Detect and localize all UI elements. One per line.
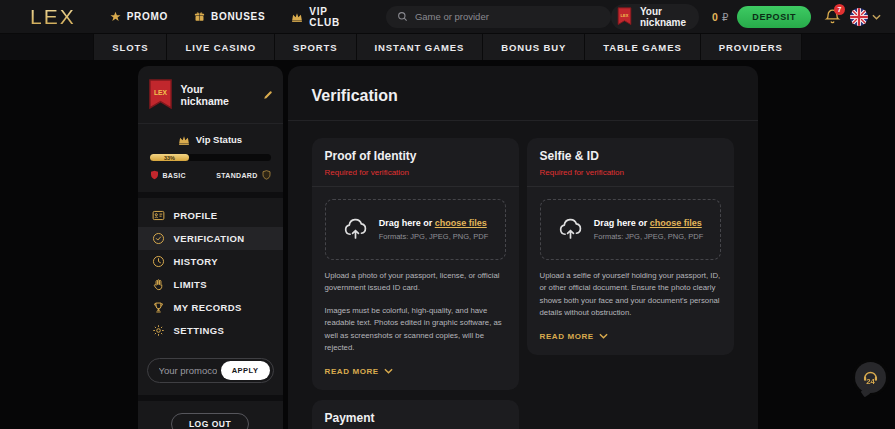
card-title: Proof of Identity — [325, 149, 506, 163]
vip-progress-fill: 33% — [150, 154, 190, 161]
sidebar-item-label: VERIFICATION — [174, 233, 245, 244]
brand-logo[interactable]: LEX — [30, 5, 76, 29]
top-menu-vip-club[interactable]: VIP CLUB — [291, 6, 340, 28]
headset-24-icon: 24 — [858, 365, 883, 390]
sidebar-item-label: HISTORY — [174, 256, 219, 267]
support-chat-button[interactable]: 24 — [855, 362, 886, 393]
vip-progress-label: 33% — [164, 155, 175, 161]
balance: 0 ₽ — [712, 11, 728, 23]
edit-pencil-icon[interactable] — [263, 90, 273, 100]
search-input[interactable] — [415, 11, 600, 22]
trophy-icon — [152, 301, 165, 314]
tab-table-games[interactable]: TABLE GAMES — [585, 34, 700, 60]
top-menu-bonuses[interactable]: BONUSES — [194, 11, 265, 22]
hand-icon — [152, 278, 165, 291]
avatar-pennant-icon: LEX — [617, 7, 632, 26]
tab-slots[interactable]: SLOTS — [93, 34, 167, 60]
svg-text:24: 24 — [866, 377, 875, 386]
card-selfie-id: Selfie & ID Required for verification Dr… — [527, 138, 734, 355]
cloud-upload-icon — [342, 216, 369, 243]
card-title: Payment — [325, 411, 506, 425]
required-label: Required for verification — [540, 168, 721, 177]
balance-currency: ₽ — [722, 12, 728, 23]
badge-check-icon — [152, 232, 165, 245]
category-bar: SLOTS LIVE CASINO SPORTS INSTANT GAMES B… — [0, 34, 895, 60]
tab-bonus-buy[interactable]: BONUS BUY — [483, 34, 585, 60]
sidebar-item-profile[interactable]: PROFILE — [138, 204, 283, 227]
star-icon — [110, 11, 121, 22]
promocode-input[interactable] — [159, 365, 217, 376]
logout-block: LOG OUT — [138, 401, 283, 429]
read-more-label: READ MORE — [325, 367, 379, 376]
formats-label: Formats: JPG, JPEG, PNG, PDF — [379, 232, 489, 241]
gear-icon — [152, 324, 165, 337]
content-area: LEX Your nickname Vip Status 33% — [0, 66, 895, 429]
sidebar-item-verification[interactable]: VERIFICATION — [138, 227, 283, 250]
tab-sports[interactable]: SPORTS — [275, 34, 356, 60]
logout-button[interactable]: LOG OUT — [171, 413, 249, 429]
sidebar-item-label: SETTINGS — [174, 325, 225, 336]
shield-red-icon — [150, 170, 159, 180]
vip-status-block: Vip Status 33% BASIC STANDARD — [138, 124, 283, 192]
svg-text:LEX: LEX — [621, 13, 629, 18]
sidebar-menu: PROFILE VERIFICATION HISTORY LIMITS — [138, 198, 283, 348]
sidebar-item-settings[interactable]: SETTINGS — [138, 319, 283, 342]
top-menu-promo[interactable]: PROMO — [110, 11, 168, 22]
search-icon — [397, 11, 408, 22]
top-menu: PROMO BONUSES VIP CLUB — [110, 6, 340, 28]
top-bar: LEX PROMO BONUSES VIP CLUB — [0, 0, 895, 34]
sidebar-item-my-records[interactable]: MY RECORDS — [138, 296, 283, 319]
vip-level-next: STANDARD — [216, 170, 270, 180]
upload-dropzone[interactable]: Drag here or choose files Formats: JPG, … — [540, 199, 721, 260]
sidebar-nickname: Your nickname — [181, 83, 255, 107]
sidebar-item-history[interactable]: HISTORY — [138, 250, 283, 273]
drop-hint: Drag here or — [379, 218, 433, 228]
vip-status-title: Vip Status — [196, 134, 242, 145]
apply-button[interactable]: APPLY — [221, 361, 270, 380]
uk-flag-icon — [850, 8, 868, 26]
gift-icon — [194, 11, 205, 22]
read-more-button[interactable]: READ MORE — [540, 332, 721, 341]
crown-icon — [291, 12, 303, 22]
choose-files-link[interactable]: choose files — [435, 218, 487, 228]
sidebar-profile-header: LEX Your nickname — [138, 66, 283, 124]
sidebar-item-label: PROFILE — [174, 210, 218, 221]
formats-label: Formats: JPG, JPEG, PNG, PDF — [594, 232, 704, 241]
search-bar[interactable] — [386, 6, 611, 28]
vip-level-left-label: BASIC — [163, 172, 186, 179]
tab-instant-games[interactable]: INSTANT GAMES — [357, 34, 484, 60]
tab-providers[interactable]: PROVIDERS — [701, 34, 802, 60]
chevron-down-icon — [872, 14, 881, 20]
deposit-button[interactable]: DEPOSIT — [737, 6, 811, 28]
upload-dropzone[interactable]: Drag here or choose files Formats: JPG, … — [325, 199, 506, 260]
top-menu-label: PROMO — [127, 11, 168, 22]
choose-files-link[interactable]: choose files — [650, 218, 702, 228]
account-sidebar: LEX Your nickname Vip Status 33% — [138, 66, 283, 429]
promocode-block: APPLY — [138, 348, 283, 395]
vip-level-right-label: STANDARD — [216, 172, 257, 179]
chevron-down-icon — [599, 333, 608, 339]
read-more-button[interactable]: READ MORE — [325, 367, 506, 376]
top-menu-label: VIP CLUB — [309, 6, 340, 28]
balance-amount: 0 — [712, 11, 718, 23]
chevron-down-icon — [384, 368, 393, 374]
top-menu-label: BONUSES — [211, 11, 265, 22]
sidebar-item-label: LIMITS — [174, 279, 208, 290]
verification-panel: Verification Proof of Identity Required … — [288, 66, 758, 429]
tab-live-casino[interactable]: LIVE CASINO — [167, 34, 275, 60]
card-title: Selfie & ID — [540, 149, 721, 163]
clock-icon — [152, 255, 165, 268]
top-right-cluster: LEX Your nickname 0 ₽ DEPOSIT 7 — [611, 4, 881, 30]
sidebar-item-label: MY RECORDS — [174, 302, 242, 313]
read-more-label: READ MORE — [540, 332, 594, 341]
nickname-label: Your nickname — [640, 6, 686, 28]
avatar-pennant-icon: LEX — [148, 79, 173, 110]
page-title: Verification — [312, 87, 734, 105]
notifications-button[interactable]: 7 — [824, 8, 841, 25]
account-button[interactable]: LEX Your nickname — [611, 4, 699, 30]
sidebar-item-limits[interactable]: LIMITS — [138, 273, 283, 296]
promocode-field[interactable]: APPLY — [147, 358, 274, 383]
language-selector[interactable] — [850, 8, 881, 26]
card-payment: Payment Drag here or choose files Format… — [312, 400, 519, 429]
title-divider — [288, 120, 758, 121]
